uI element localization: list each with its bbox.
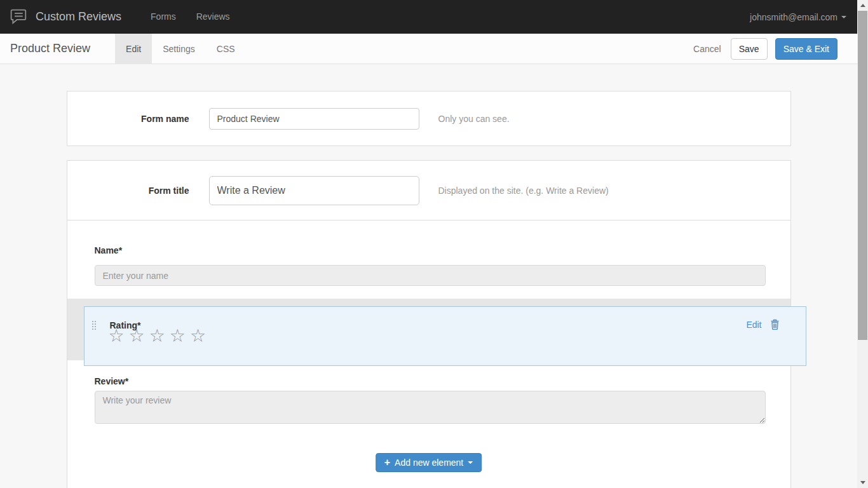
user-menu[interactable]: johnsmith@email.com xyxy=(750,12,857,22)
cancel-link[interactable]: Cancel xyxy=(693,44,721,54)
top-navbar: Custom Reviews Forms Reviews johnsmith@e… xyxy=(0,0,857,34)
page-title: Product Review xyxy=(0,42,100,55)
form-name-help: Only you can see. xyxy=(438,114,510,124)
brand[interactable]: Custom Reviews xyxy=(0,7,121,27)
name-field-label: Name* xyxy=(95,245,123,255)
required-mark: * xyxy=(125,376,128,386)
tab-css[interactable]: CSS xyxy=(206,34,246,64)
star-icon[interactable]: ☆ xyxy=(149,326,170,346)
tab-edit[interactable]: Edit xyxy=(115,34,152,64)
required-mark: * xyxy=(119,245,122,255)
add-new-element-label: Add new element xyxy=(395,458,463,468)
user-email: johnsmith@email.com xyxy=(750,12,837,22)
form-title-card: Form title Displayed on the site. (e.g. … xyxy=(67,160,791,220)
scrollbar-thumb[interactable] xyxy=(858,11,867,340)
form-name-label: Form name xyxy=(67,114,189,124)
form-elements-card: Name* Rating* ☆☆☆☆☆ Edit xyxy=(67,220,791,488)
name-field-input[interactable] xyxy=(95,265,766,286)
nav-item-forms[interactable]: Forms xyxy=(140,0,186,34)
review-field-label: Review* xyxy=(95,376,129,386)
review-field-textarea[interactable] xyxy=(95,391,766,424)
element-actions: Edit xyxy=(746,319,779,330)
page-content: Form name Only you can see. Form title D… xyxy=(0,64,857,488)
drag-handle-icon[interactable] xyxy=(92,320,97,331)
toolbar-actions: Cancel Save Save & Exit xyxy=(693,38,857,60)
star-icon[interactable]: ☆ xyxy=(170,326,190,346)
edit-element-link[interactable]: Edit xyxy=(746,320,761,330)
caret-down-icon xyxy=(841,16,846,18)
scrollbar-up-icon[interactable] xyxy=(857,0,868,11)
comment-icon xyxy=(9,7,27,27)
navbar-links: Forms Reviews xyxy=(140,0,240,34)
save-exit-button[interactable]: Save & Exit xyxy=(775,38,837,60)
star-icon[interactable]: ☆ xyxy=(109,326,129,346)
nav-item-reviews[interactable]: Reviews xyxy=(186,0,240,34)
form-toolbar: Product Review Edit Settings CSS Cancel … xyxy=(0,34,857,64)
form-builder-container: Form name Only you can see. Form title D… xyxy=(67,91,791,488)
form-name-card: Form name Only you can see. xyxy=(67,91,791,146)
save-button[interactable]: Save xyxy=(731,38,768,60)
form-name-input[interactable] xyxy=(209,108,419,130)
form-title-input[interactable] xyxy=(209,176,419,205)
plus-icon: + xyxy=(384,458,390,468)
add-new-element-button[interactable]: + Add new element xyxy=(376,453,482,472)
form-title-help: Displayed on the site. (e.g. Write a Rev… xyxy=(438,186,609,196)
form-title-label: Form title xyxy=(67,186,189,196)
tab-settings[interactable]: Settings xyxy=(152,34,206,64)
rating-element-selected[interactable]: Rating* ☆☆☆☆☆ Edit xyxy=(84,306,806,366)
app-title: Custom Reviews xyxy=(36,10,121,24)
vertical-scrollbar[interactable] xyxy=(857,0,868,488)
rating-stars[interactable]: ☆☆☆☆☆ xyxy=(109,323,211,349)
scrollbar-down-icon[interactable] xyxy=(857,477,868,488)
caret-down-icon xyxy=(468,461,473,464)
trash-icon[interactable] xyxy=(770,319,780,330)
star-icon[interactable]: ☆ xyxy=(190,326,210,346)
star-icon[interactable]: ☆ xyxy=(129,326,149,346)
